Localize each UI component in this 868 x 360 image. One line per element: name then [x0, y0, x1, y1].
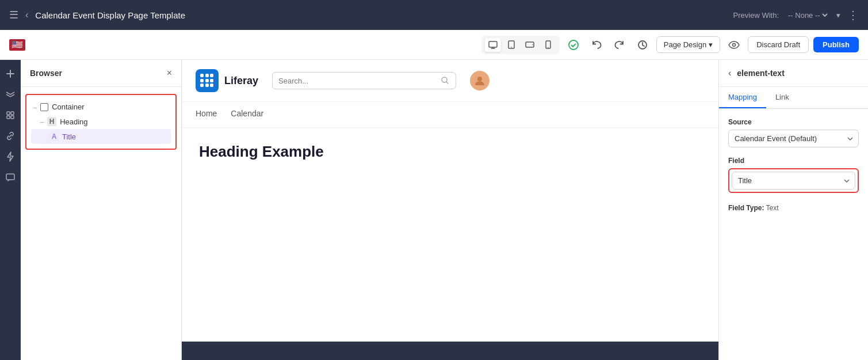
right-back-btn[interactable]: ‹	[728, 68, 731, 78]
nav-calendar[interactable]: Calendar	[231, 109, 263, 120]
preview-btn[interactable]	[725, 36, 743, 54]
tree-label-title: Title	[62, 132, 76, 141]
preview-label: Preview With:	[733, 11, 779, 20]
history-btn[interactable]	[633, 36, 652, 54]
tree-item-heading[interactable]: – H Heading	[31, 114, 171, 129]
heading-icon: H	[47, 117, 56, 126]
right-panel-title: element-text	[737, 69, 784, 78]
source-field-group: Source Calendar Event (Default)	[728, 118, 859, 147]
user-avatar[interactable]	[470, 71, 490, 90]
brand-name: Liferay	[224, 75, 258, 87]
svg-point-6	[548, 47, 548, 48]
right-panel-header: ‹ element-text	[719, 60, 868, 87]
liferay-logo	[196, 69, 219, 92]
discard-draft-btn[interactable]: Discard Draft	[748, 36, 809, 53]
mobile-landscape-view-btn[interactable]	[522, 38, 538, 52]
mobile-portrait-view-btn[interactable]	[540, 38, 556, 52]
page-design-label: Page Design	[664, 40, 706, 49]
view-mode-group	[481, 36, 560, 54]
svg-rect-10	[7, 112, 10, 115]
comment-icon[interactable]	[1, 168, 20, 187]
svg-point-4	[532, 44, 533, 46]
browser-title: Browser	[30, 69, 62, 78]
tree-dash-heading: –	[40, 118, 44, 125]
more-options-icon[interactable]: ⋮	[847, 8, 859, 22]
field-select[interactable]: Title	[732, 172, 855, 190]
svg-rect-14	[6, 174, 14, 180]
check-status-btn[interactable]	[564, 36, 583, 54]
tab-mapping[interactable]: Mapping	[719, 87, 766, 108]
field-field-group: Field Title	[728, 157, 859, 193]
svg-rect-0	[489, 41, 497, 47]
tree-dash-container: –	[33, 104, 37, 111]
svg-point-7	[569, 40, 578, 50]
canvas-area: Liferay Home Calendar Heading Example	[182, 60, 718, 360]
right-panel-tabs: Mapping Link	[719, 87, 868, 109]
canvas-search-input[interactable]	[278, 77, 437, 85]
desktop-view-btn[interactable]	[485, 38, 501, 52]
browser-header: Browser ×	[21, 60, 181, 87]
svg-rect-11	[11, 112, 14, 115]
nav-home[interactable]: Home	[196, 109, 217, 120]
add-panel-btn[interactable]	[1, 65, 20, 83]
tab-link[interactable]: Link	[766, 87, 798, 108]
toolbar-actions: Page Design ▾ Discard Draft Publish	[564, 36, 859, 54]
right-panel: ‹ element-text Mapping Link Source Calen…	[718, 60, 868, 360]
canvas-header: Liferay	[182, 60, 718, 102]
lightning-icon[interactable]	[1, 147, 20, 166]
dropdown-chevron-icon: ▾	[836, 11, 840, 20]
left-sidebar	[0, 60, 21, 360]
publish-btn[interactable]: Publish	[813, 37, 859, 52]
canvas-footer	[182, 342, 718, 360]
undo-btn[interactable]	[587, 36, 606, 54]
field-type-row: Field Type: Text	[728, 202, 859, 213]
canvas-nav: Home Calendar	[182, 102, 718, 128]
canvas-content: Heading Example	[182, 128, 718, 176]
svg-rect-12	[7, 116, 10, 119]
chevron-down-icon: ▾	[709, 40, 713, 49]
canvas-heading[interactable]: Heading Example	[196, 139, 705, 164]
right-panel-body: Source Calendar Event (Default) Field Ti…	[719, 109, 868, 222]
assets-icon[interactable]	[1, 106, 20, 124]
sidebar-toggle-icon[interactable]: ☰	[9, 9, 18, 21]
topbar: ☰ ‹ Calendar Event Display Page Template…	[0, 0, 868, 30]
layers-icon[interactable]	[1, 85, 20, 104]
browser-panel: Browser × – Container – H Heading	[21, 60, 182, 360]
svg-point-16	[477, 77, 482, 81]
preview-select[interactable]: -- None --	[786, 10, 829, 20]
field-outlined-box: Title	[728, 168, 859, 193]
redo-btn[interactable]	[610, 36, 629, 54]
container-icon	[40, 103, 48, 111]
canvas-logo-area: Liferay	[196, 69, 258, 92]
back-icon[interactable]: ‹	[25, 10, 28, 20]
field-label: Field	[728, 157, 859, 165]
link-icon[interactable]	[1, 127, 20, 145]
tree-item-title[interactable]: A Title	[31, 129, 171, 144]
language-flag[interactable]	[9, 39, 25, 51]
canvas-search-bar[interactable]	[272, 72, 456, 89]
tree-outline: – Container – H Heading A Title	[25, 94, 177, 150]
field-type-label: Field Type:	[728, 204, 764, 212]
toolbar: Page Design ▾ Discard Draft Publish	[0, 30, 868, 60]
field-type-text: Field Type: Text	[728, 204, 779, 212]
canvas-search-icon	[441, 76, 450, 85]
tree-item-container[interactable]: – Container	[31, 100, 171, 114]
main-layout: Browser × – Container – H Heading	[0, 60, 868, 360]
page-title: Calendar Event Display Page Template	[35, 10, 726, 20]
browser-tree: – Container – H Heading A Title	[21, 87, 181, 157]
source-select[interactable]: Calendar Event (Default)	[728, 130, 859, 147]
page-design-btn[interactable]: Page Design ▾	[656, 36, 720, 53]
svg-point-2	[511, 47, 512, 48]
field-type-value: Text	[766, 204, 779, 212]
browser-close-btn[interactable]: ×	[167, 68, 172, 78]
source-label: Source	[728, 118, 859, 126]
svg-rect-13	[11, 116, 14, 119]
tablet-view-btn[interactable]	[503, 38, 519, 52]
svg-point-9	[733, 43, 736, 46]
tree-label-container: Container	[52, 103, 84, 111]
canvas-inner: Liferay Home Calendar Heading Example	[182, 60, 718, 360]
title-icon: A	[49, 132, 59, 141]
tree-label-heading: Heading	[60, 118, 87, 126]
